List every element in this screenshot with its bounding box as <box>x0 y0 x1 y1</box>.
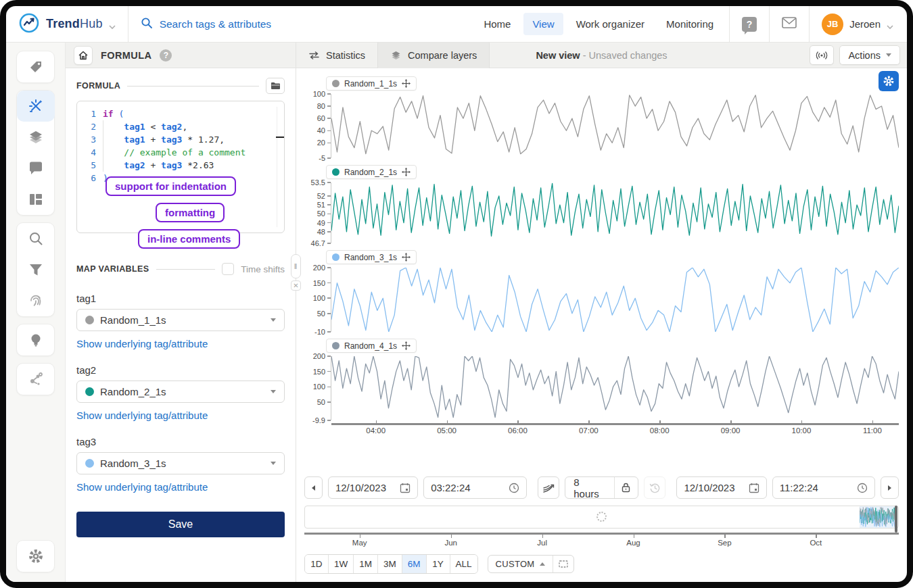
live-broadcast-button[interactable] <box>810 45 834 65</box>
chart-legend[interactable]: Random_2_1s <box>326 165 417 179</box>
lock-duration-button[interactable] <box>615 477 638 498</box>
step-forward-button[interactable] <box>881 476 899 499</box>
x-tick-mark <box>588 420 590 424</box>
rail-search-button[interactable] <box>17 223 55 254</box>
chart-legend[interactable]: Random_3_1s <box>326 250 417 264</box>
layers-icon <box>28 129 44 145</box>
chart-plot-area[interactable] <box>331 356 899 420</box>
x-tick-mark <box>872 420 874 424</box>
rail-dashboard-button[interactable] <box>17 184 55 215</box>
end-time-value: 11:22:24 <box>780 482 851 493</box>
panel-close-button[interactable]: ✕ <box>291 280 301 291</box>
nav-work-organizer[interactable]: Work organizer <box>567 13 653 35</box>
series-color-dot <box>332 342 340 349</box>
actions-button[interactable]: Actions <box>839 45 900 65</box>
scrubber-selection[interactable] <box>860 506 895 528</box>
legend-label: Random_3_1s <box>344 253 397 262</box>
start-date-field[interactable]: 12/10/2023 <box>328 476 418 499</box>
save-button[interactable]: Save <box>76 512 285 537</box>
move-icon[interactable] <box>402 341 411 350</box>
move-icon[interactable] <box>402 79 411 88</box>
move-icon[interactable] <box>402 168 411 176</box>
month-label: Jun <box>444 539 457 547</box>
brand-menu[interactable]: TrendHub <box>18 12 116 36</box>
nav-view[interactable]: View <box>523 13 563 35</box>
history-icon <box>649 483 661 493</box>
chart-plot-area[interactable] <box>331 182 899 243</box>
start-time-field[interactable]: 03:22:24 <box>423 476 526 499</box>
y-tick-strip <box>327 356 331 420</box>
selection-handle[interactable] <box>895 506 897 533</box>
overview-scrubber[interactable] <box>304 506 899 529</box>
rail-settings-button[interactable] <box>17 541 55 572</box>
y-tick-mark <box>327 297 331 299</box>
nav-monitoring[interactable]: Monitoring <box>657 13 722 35</box>
rail-filter-button[interactable] <box>17 254 55 285</box>
y-axis: 20015010050-10 <box>304 268 327 332</box>
time-shifts-checkbox[interactable] <box>222 263 234 275</box>
broadcast-icon <box>815 51 828 60</box>
annotation-badge-comments: in-line comments <box>138 229 240 249</box>
search-input[interactable]: Search tags & attributes <box>141 17 271 32</box>
x-tick-mark <box>659 420 661 424</box>
nav-home[interactable]: Home <box>475 13 519 35</box>
y-tick-mark <box>327 195 331 197</box>
home-icon <box>78 50 89 61</box>
custom-range-button[interactable]: CUSTOM <box>488 556 554 572</box>
range-button-1d[interactable]: 1D <box>305 555 329 573</box>
move-icon[interactable] <box>402 253 411 262</box>
rail-formula-button[interactable] <box>17 91 55 122</box>
range-button-all[interactable]: ALL <box>450 555 477 573</box>
rail-tags-button[interactable] <box>17 51 55 82</box>
compare-layers-tab[interactable]: Compare layers <box>378 43 490 68</box>
y-tick-label: 150 <box>313 279 325 287</box>
duration-field[interactable]: 8 hours <box>565 477 614 498</box>
rail-layers-button[interactable] <box>17 122 55 153</box>
fingerprint-icon <box>28 293 44 309</box>
chart-settings-button[interactable] <box>879 71 899 91</box>
rail-fingerprint-button[interactable] <box>17 285 55 316</box>
y-tick-label: -5 <box>319 154 325 162</box>
messages-button[interactable] <box>776 11 802 37</box>
chart-legend[interactable]: Random_4_1s <box>326 339 417 353</box>
end-time-field[interactable]: 11:22:24 <box>772 476 875 499</box>
panel-help-icon[interactable]: ? <box>160 49 172 62</box>
tag3-select[interactable]: Random_3_1s <box>76 452 285 474</box>
series-color-dot <box>332 168 340 176</box>
custom-range-expand-button[interactable] <box>553 556 573 572</box>
end-date-field[interactable]: 12/10/2023 <box>676 476 766 499</box>
tag2-select[interactable]: Random_2_1s <box>76 381 285 403</box>
home-button[interactable] <box>74 46 93 65</box>
range-button-1y[interactable]: 1Y <box>427 555 450 573</box>
range-button-6m[interactable]: 6M <box>402 555 427 573</box>
help-button[interactable]: ? <box>736 11 762 37</box>
range-button-1m[interactable]: 1M <box>354 555 378 573</box>
app: TrendHub Search tags & attributes Home V… <box>6 6 907 582</box>
start-time-value: 03:22:24 <box>431 482 502 493</box>
chart-plot-area[interactable] <box>331 94 899 158</box>
chevron-down-icon <box>271 390 276 393</box>
editor-scrollbar[interactable] <box>277 107 282 227</box>
chevron-up-icon <box>540 562 545 566</box>
show-underlying-link-tag2[interactable]: Show underlying tag/attribute <box>76 410 208 421</box>
swap-arrows-icon <box>308 51 320 59</box>
step-back-button[interactable] <box>304 476 323 499</box>
panel-resize-handle[interactable]: ‖ <box>291 254 301 278</box>
trend-compare-button[interactable] <box>538 476 560 499</box>
rail-graph-button[interactable] <box>17 364 55 395</box>
chart-plot-area[interactable] <box>331 268 899 332</box>
panel-title: FORMULA <box>101 50 151 61</box>
range-button-1w[interactable]: 1W <box>329 555 354 573</box>
open-formula-button[interactable] <box>266 78 285 94</box>
tag1-select[interactable]: Random_1_1s <box>76 309 285 331</box>
rail-insights-button[interactable] <box>17 324 55 356</box>
user-menu[interactable]: JB Jeroen <box>822 14 893 35</box>
month-tick-mark <box>360 535 361 538</box>
chart-block-Random_1_1s: Random_1_1s10080604020-5 <box>304 76 899 158</box>
range-button-3m[interactable]: 3M <box>378 555 402 573</box>
show-underlying-link-tag3[interactable]: Show underlying tag/attribute <box>76 481 208 493</box>
show-underlying-link-tag1[interactable]: Show underlying tag/attribute <box>76 338 208 349</box>
chart-legend[interactable]: Random_1_1s <box>326 76 417 91</box>
statistics-tab[interactable]: Statistics <box>296 43 378 68</box>
rail-comments-button[interactable] <box>17 153 55 184</box>
